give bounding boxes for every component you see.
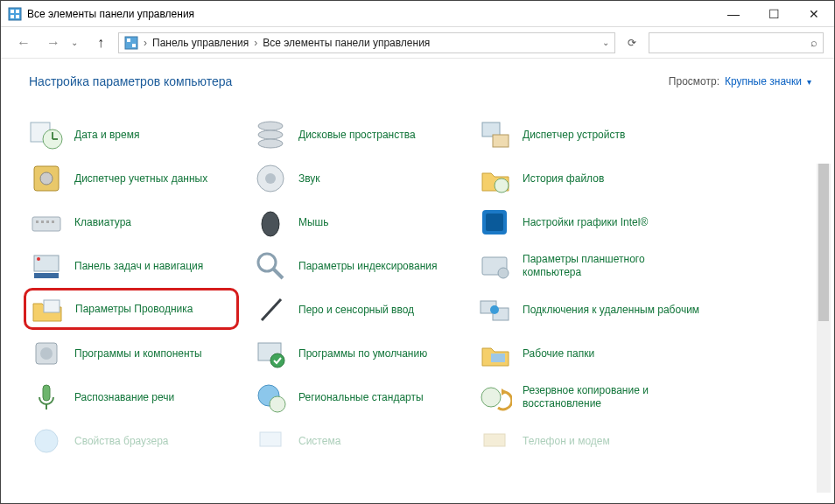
forward-button[interactable]: → [41,32,66,54]
item-backup-restore[interactable]: Резервное копирование и восстановление [477,375,705,419]
item-keyboard[interactable]: Клавиатура [29,200,239,244]
item-phone-modem[interactable]: Телефон и модем [477,419,705,463]
item-work-folders[interactable]: Рабочие папки [477,332,705,375]
item-label: Диспетчер устройств [523,129,625,142]
item-indexing-options[interactable]: Параметры индексирования [253,244,463,288]
item-device-manager[interactable]: Диспетчер устройств [477,113,705,157]
defaults-icon [253,336,288,371]
breadcrumb-b[interactable]: Все элементы панели управления [263,37,430,49]
svg-rect-16 [493,135,509,147]
refresh-button[interactable]: ⟳ [621,32,643,53]
chevron-down-icon[interactable]: ▾ [807,77,811,87]
item-default-programs[interactable]: Программы по умолчанию [253,332,463,375]
item-sound[interactable]: Звук [253,157,463,200]
item-label: Программы по умолчанию [298,347,427,360]
system-icon [253,424,288,458]
svg-rect-55 [260,432,281,446]
item-file-history[interactable]: История файлов [477,157,705,200]
item-label: Настройки графики Intel® [523,216,648,229]
item-label: Параметры индексирования [298,260,437,273]
safe-icon [29,161,64,196]
svg-rect-56 [484,434,505,446]
svg-rect-25 [46,220,49,223]
svg-point-14 [258,139,283,148]
item-label: Система [298,435,340,448]
item-label: Клавиатура [74,216,131,229]
globe-clock-icon [253,380,288,415]
remote-icon [477,292,512,327]
svg-point-18 [40,172,53,185]
programs-icon [29,336,64,371]
taskbar-icon [29,248,64,284]
indexing-icon [253,248,288,284]
item-mouse[interactable]: Мышь [253,200,463,244]
window-controls: — ☐ ✕ [713,1,834,27]
view-label: Просмотр: [669,75,719,88]
search-input[interactable] [655,37,805,49]
svg-rect-29 [486,214,503,231]
backup-icon [477,380,512,415]
svg-rect-6 [127,38,130,42]
tablet-icon [477,248,512,284]
svg-rect-47 [491,354,505,362]
svg-rect-22 [32,217,60,231]
svg-rect-3 [11,15,14,18]
svg-line-34 [273,269,283,278]
item-region[interactable]: Региональные стандарты [253,375,463,419]
item-credential-manager[interactable]: Диспетчер учетных данных [29,157,239,200]
item-pen-touch[interactable]: Перо и сенсорный ввод [253,288,463,332]
svg-point-51 [270,396,285,412]
heading-row: Настройка параметров компьютера Просмотр… [29,74,811,88]
item-programs-features[interactable]: Программы и компоненты [29,332,239,375]
svg-rect-1 [11,10,14,13]
mouse-icon [253,205,288,240]
breadcrumb-a[interactable]: Панель управления [152,37,249,49]
svg-rect-4 [16,15,19,18]
item-remote-app-connections[interactable]: Подключения к удаленным рабочим [477,288,705,332]
svg-point-44 [40,347,53,360]
control-panel-icon [8,7,22,21]
view-selector: Просмотр: Крупные значки ▾ [669,75,811,88]
item-taskbar-navigation[interactable]: Панель задач и навигация [29,244,239,288]
item-explorer-options[interactable]: Параметры Проводника [24,288,239,330]
svg-rect-23 [36,220,39,223]
up-button[interactable]: ↑ [88,32,113,54]
back-button[interactable]: ← [11,32,36,54]
clock-calendar-icon [29,117,64,152]
search-icon[interactable]: ⌕ [805,36,823,49]
navbar: ← → ⌄ ↑ › Панель управления › Все элемен… [1,27,834,59]
address-dropdown[interactable]: ⌄ [597,38,614,47]
item-intel-graphics[interactable]: Настройки графики Intel® [477,200,705,244]
intel-icon [477,205,512,240]
item-storage-spaces[interactable]: Дисковые пространства [253,113,463,157]
microphone-icon [29,380,64,415]
item-label: Параметры Проводника [75,303,193,316]
item-speech-recognition[interactable]: Распознавание речи [29,375,239,419]
close-button[interactable]: ✕ [794,1,834,27]
minimize-button[interactable]: — [713,1,754,27]
item-label: Звук [298,172,320,186]
scrollbar-thumb[interactable] [818,164,829,321]
view-dropdown[interactable]: Крупные значки [725,75,802,88]
vertical-scrollbar[interactable] [817,164,831,493]
item-label: Перо и сенсорный ввод [298,304,414,317]
address-bar[interactable]: › Панель управления › Все элементы панел… [118,32,615,53]
search-box[interactable]: ⌕ [649,32,824,53]
maximize-button[interactable]: ☐ [754,1,794,27]
svg-rect-24 [41,220,44,223]
item-system[interactable]: Система [253,419,463,463]
item-tablet-pc-settings[interactable]: Параметры планшетного компьютера [477,244,705,288]
item-date-time[interactable]: Дата и время [29,113,239,157]
chevron-right-icon: › [254,37,257,49]
item-internet-options[interactable]: Свойства браузера [29,419,239,463]
svg-point-21 [495,178,509,192]
chevron-right-icon: › [144,37,147,49]
svg-rect-31 [34,273,59,278]
item-label: Подключения к удаленным рабочим [523,304,699,317]
items-grid: Дата и время Дисковые пространства Диспе… [29,113,811,463]
work-folders-icon [477,336,512,371]
content-area: Настройка параметров компьютера Просмотр… [1,59,834,503]
svg-point-32 [37,257,40,261]
item-label: История файлов [523,172,604,186]
history-dropdown[interactable]: ⌄ [71,38,78,47]
